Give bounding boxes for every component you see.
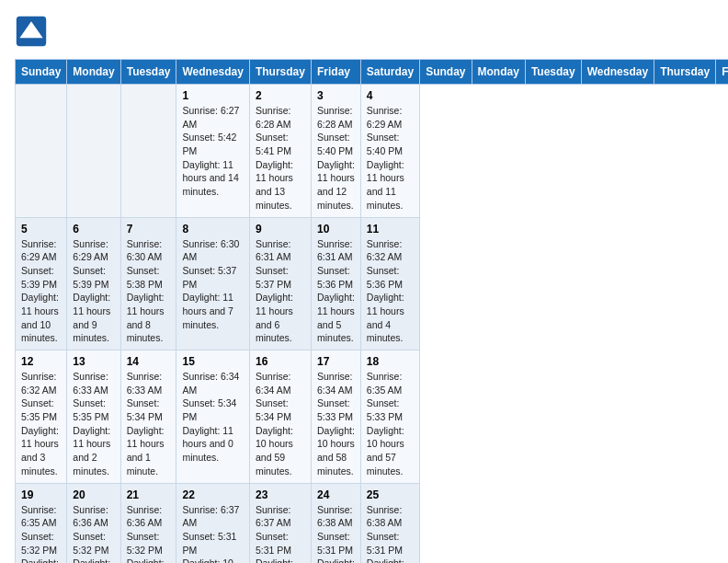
day-info: Sunrise: 6:36 AM Sunset: 5:32 PM Dayligh… bbox=[127, 503, 171, 564]
calendar-day-cell: 23Sunrise: 6:37 AM Sunset: 5:31 PM Dayli… bbox=[249, 483, 311, 563]
calendar-day-cell bbox=[16, 85, 67, 218]
day-number: 19 bbox=[21, 488, 61, 501]
day-number: 2 bbox=[256, 89, 305, 102]
calendar-header-row: SundayMondayTuesdayWednesdayThursdayFrid… bbox=[16, 60, 729, 85]
day-number: 11 bbox=[367, 223, 414, 236]
day-number: 12 bbox=[21, 355, 61, 368]
calendar-day-cell: 9Sunrise: 6:31 AM Sunset: 5:37 PM Daylig… bbox=[249, 217, 311, 350]
calendar-day-cell: 13Sunrise: 6:33 AM Sunset: 5:35 PM Dayli… bbox=[67, 350, 120, 484]
day-info: Sunrise: 6:38 AM Sunset: 5:31 PM Dayligh… bbox=[367, 503, 414, 564]
day-info: Sunrise: 6:29 AM Sunset: 5:40 PM Dayligh… bbox=[367, 104, 414, 213]
day-info: Sunrise: 6:33 AM Sunset: 5:34 PM Dayligh… bbox=[127, 370, 171, 478]
calendar-week-row: 5Sunrise: 6:29 AM Sunset: 5:39 PM Daylig… bbox=[16, 217, 729, 350]
day-number: 22 bbox=[182, 488, 243, 501]
calendar-table: SundayMondayTuesdayWednesdayThursdayFrid… bbox=[15, 59, 728, 563]
logo-icon bbox=[15, 15, 48, 48]
day-number: 6 bbox=[73, 223, 114, 236]
calendar-day-cell: 4Sunrise: 6:29 AM Sunset: 5:40 PM Daylig… bbox=[360, 85, 419, 218]
day-number: 8 bbox=[182, 223, 243, 236]
day-info: Sunrise: 6:35 AM Sunset: 5:32 PM Dayligh… bbox=[21, 503, 61, 564]
day-number: 1 bbox=[182, 89, 243, 102]
day-info: Sunrise: 6:31 AM Sunset: 5:36 PM Dayligh… bbox=[317, 237, 355, 346]
calendar-day-header: Sunday bbox=[16, 60, 67, 85]
day-info: Sunrise: 6:32 AM Sunset: 5:35 PM Dayligh… bbox=[21, 370, 61, 478]
day-info: Sunrise: 6:35 AM Sunset: 5:33 PM Dayligh… bbox=[367, 370, 414, 478]
day-number: 4 bbox=[367, 89, 414, 102]
calendar-day-cell: 15Sunrise: 6:34 AM Sunset: 5:34 PM Dayli… bbox=[176, 350, 249, 484]
calendar-day-cell: 22Sunrise: 6:37 AM Sunset: 5:31 PM Dayli… bbox=[176, 483, 249, 563]
day-number: 15 bbox=[182, 355, 243, 368]
calendar-day-cell: 21Sunrise: 6:36 AM Sunset: 5:32 PM Dayli… bbox=[120, 483, 176, 563]
calendar-day-header: Thursday bbox=[654, 60, 716, 85]
calendar-week-row: 1Sunrise: 6:27 AM Sunset: 5:42 PM Daylig… bbox=[16, 85, 729, 218]
day-number: 23 bbox=[256, 488, 305, 501]
day-number: 21 bbox=[127, 488, 171, 501]
calendar-day-cell: 10Sunrise: 6:31 AM Sunset: 5:36 PM Dayli… bbox=[311, 217, 360, 350]
day-info: Sunrise: 6:34 AM Sunset: 5:34 PM Dayligh… bbox=[256, 370, 305, 478]
calendar-day-cell: 3Sunrise: 6:28 AM Sunset: 5:40 PM Daylig… bbox=[311, 85, 360, 218]
day-info: Sunrise: 6:37 AM Sunset: 5:31 PM Dayligh… bbox=[182, 503, 243, 564]
day-number: 25 bbox=[367, 488, 414, 501]
calendar-day-cell: 20Sunrise: 6:36 AM Sunset: 5:32 PM Dayli… bbox=[67, 483, 120, 563]
calendar-day-header: Tuesday bbox=[525, 60, 581, 85]
calendar-day-cell: 5Sunrise: 6:29 AM Sunset: 5:39 PM Daylig… bbox=[16, 217, 67, 350]
day-info: Sunrise: 6:30 AM Sunset: 5:37 PM Dayligh… bbox=[182, 237, 243, 332]
day-number: 5 bbox=[21, 223, 61, 236]
calendar-day-header: Wednesday bbox=[581, 60, 654, 85]
calendar-day-header: Saturday bbox=[360, 60, 419, 85]
calendar-day-cell: 14Sunrise: 6:33 AM Sunset: 5:34 PM Dayli… bbox=[120, 350, 176, 484]
day-number: 7 bbox=[127, 223, 171, 236]
calendar-day-cell: 25Sunrise: 6:38 AM Sunset: 5:31 PM Dayli… bbox=[360, 483, 419, 563]
calendar-day-header: Sunday bbox=[420, 60, 472, 85]
day-number: 3 bbox=[317, 89, 355, 102]
day-info: Sunrise: 6:29 AM Sunset: 5:39 PM Dayligh… bbox=[21, 237, 61, 346]
calendar-day-cell: 19Sunrise: 6:35 AM Sunset: 5:32 PM Dayli… bbox=[16, 483, 67, 563]
day-info: Sunrise: 6:34 AM Sunset: 5:33 PM Dayligh… bbox=[317, 370, 355, 478]
day-info: Sunrise: 6:28 AM Sunset: 5:41 PM Dayligh… bbox=[256, 104, 305, 213]
day-info: Sunrise: 6:28 AM Sunset: 5:40 PM Dayligh… bbox=[317, 104, 355, 213]
day-number: 10 bbox=[317, 223, 355, 236]
day-number: 17 bbox=[317, 355, 355, 368]
day-number: 24 bbox=[317, 488, 355, 501]
calendar-week-row: 12Sunrise: 6:32 AM Sunset: 5:35 PM Dayli… bbox=[16, 350, 729, 484]
calendar-day-cell: 6Sunrise: 6:29 AM Sunset: 5:39 PM Daylig… bbox=[67, 217, 120, 350]
day-info: Sunrise: 6:37 AM Sunset: 5:31 PM Dayligh… bbox=[256, 503, 305, 564]
calendar-day-cell: 8Sunrise: 6:30 AM Sunset: 5:37 PM Daylig… bbox=[176, 217, 249, 350]
day-info: Sunrise: 6:34 AM Sunset: 5:34 PM Dayligh… bbox=[182, 370, 243, 465]
day-info: Sunrise: 6:33 AM Sunset: 5:35 PM Dayligh… bbox=[73, 370, 114, 478]
calendar-day-cell: 11Sunrise: 6:32 AM Sunset: 5:36 PM Dayli… bbox=[360, 217, 419, 350]
day-number: 20 bbox=[73, 488, 114, 501]
logo bbox=[15, 15, 51, 48]
calendar-day-cell bbox=[67, 85, 120, 218]
calendar-day-header: Friday bbox=[716, 60, 728, 85]
day-number: 9 bbox=[256, 223, 305, 236]
day-info: Sunrise: 6:27 AM Sunset: 5:42 PM Dayligh… bbox=[182, 104, 243, 199]
day-info: Sunrise: 6:30 AM Sunset: 5:38 PM Dayligh… bbox=[127, 237, 171, 346]
day-number: 13 bbox=[73, 355, 114, 368]
calendar-day-header: Monday bbox=[472, 60, 525, 85]
day-number: 16 bbox=[256, 355, 305, 368]
calendar-day-header: Wednesday bbox=[176, 60, 249, 85]
day-number: 18 bbox=[367, 355, 414, 368]
calendar-day-header: Tuesday bbox=[120, 60, 176, 85]
page-header bbox=[15, 15, 713, 48]
calendar-day-cell: 12Sunrise: 6:32 AM Sunset: 5:35 PM Dayli… bbox=[16, 350, 67, 484]
calendar-day-cell: 24Sunrise: 6:38 AM Sunset: 5:31 PM Dayli… bbox=[311, 483, 360, 563]
day-info: Sunrise: 6:38 AM Sunset: 5:31 PM Dayligh… bbox=[317, 503, 355, 564]
calendar-day-cell: 7Sunrise: 6:30 AM Sunset: 5:38 PM Daylig… bbox=[120, 217, 176, 350]
calendar-day-header: Friday bbox=[311, 60, 360, 85]
day-info: Sunrise: 6:32 AM Sunset: 5:36 PM Dayligh… bbox=[367, 237, 414, 346]
day-info: Sunrise: 6:29 AM Sunset: 5:39 PM Dayligh… bbox=[73, 237, 114, 346]
calendar-day-cell: 18Sunrise: 6:35 AM Sunset: 5:33 PM Dayli… bbox=[360, 350, 419, 484]
calendar-day-header: Monday bbox=[67, 60, 120, 85]
day-info: Sunrise: 6:31 AM Sunset: 5:37 PM Dayligh… bbox=[256, 237, 305, 346]
calendar-day-cell: 16Sunrise: 6:34 AM Sunset: 5:34 PM Dayli… bbox=[249, 350, 311, 484]
calendar-week-row: 19Sunrise: 6:35 AM Sunset: 5:32 PM Dayli… bbox=[16, 483, 729, 563]
calendar-day-cell: 17Sunrise: 6:34 AM Sunset: 5:33 PM Dayli… bbox=[311, 350, 360, 484]
calendar-day-cell: 1Sunrise: 6:27 AM Sunset: 5:42 PM Daylig… bbox=[176, 85, 249, 218]
day-number: 14 bbox=[127, 355, 171, 368]
day-info: Sunrise: 6:36 AM Sunset: 5:32 PM Dayligh… bbox=[73, 503, 114, 564]
calendar-day-header: Thursday bbox=[249, 60, 311, 85]
calendar-day-cell bbox=[120, 85, 176, 218]
calendar-day-cell: 2Sunrise: 6:28 AM Sunset: 5:41 PM Daylig… bbox=[249, 85, 311, 218]
